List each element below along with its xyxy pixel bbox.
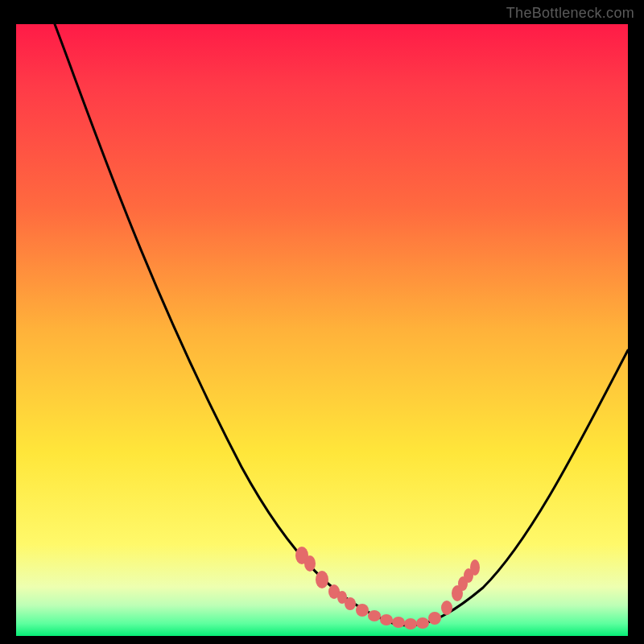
watermark: TheBottleneck.com — [506, 5, 634, 22]
svg-point-10 — [404, 618, 417, 630]
highlight-dots — [295, 547, 480, 630]
chart-frame — [16, 24, 628, 636]
svg-point-5 — [345, 597, 356, 610]
chart-svg — [16, 24, 628, 636]
svg-point-7 — [368, 610, 381, 621]
svg-point-1 — [304, 555, 316, 572]
svg-point-6 — [356, 604, 369, 617]
gradient-plot-area — [16, 24, 628, 636]
svg-point-11 — [416, 617, 429, 629]
svg-point-8 — [380, 614, 393, 625]
svg-point-13 — [441, 601, 452, 615]
svg-point-9 — [392, 617, 405, 628]
svg-point-2 — [316, 571, 328, 588]
main-curve — [55, 24, 628, 625]
svg-point-12 — [428, 612, 441, 625]
svg-point-17 — [470, 559, 480, 576]
